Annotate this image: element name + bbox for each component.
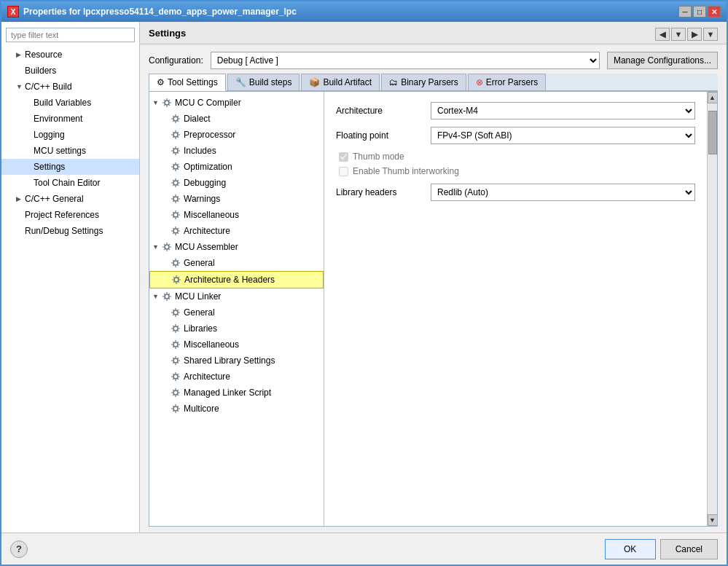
back-button[interactable]: ◀ xyxy=(655,28,670,41)
sidebar-item-run-debug[interactable]: Run/Debug Settings xyxy=(1,223,139,239)
ptree-mcu-linker[interactable]: ▼ MCU Linker xyxy=(149,288,324,304)
scroll-track[interactable] xyxy=(708,103,717,514)
sidebar-item-label: Settings xyxy=(34,160,65,173)
tab-build-artifact[interactable]: 📦 Build Artifact xyxy=(301,74,380,90)
svg-point-16 xyxy=(173,358,178,363)
ptree-libraries[interactable]: Libraries xyxy=(149,321,324,337)
ptree-label: Includes xyxy=(184,144,216,157)
architecture-label: Architecture xyxy=(336,106,423,116)
cancel-button[interactable]: Cancel xyxy=(660,539,718,559)
library-headers-label: Library headers xyxy=(336,187,423,197)
scroll-up-button[interactable]: ▲ xyxy=(708,92,718,103)
ptree-label: Architecture xyxy=(184,370,230,383)
sidebar-item-logging[interactable]: Logging xyxy=(1,127,139,143)
gear-icon xyxy=(170,371,181,382)
floating-point-select[interactable]: FPv4-SP (Soft ABI) xyxy=(431,127,695,144)
sidebar-item-resource[interactable]: ▶ Resource xyxy=(1,47,139,63)
floating-point-label: Floating point xyxy=(336,130,423,141)
ptree-label: General xyxy=(184,306,215,319)
manage-configurations-button[interactable]: Manage Configurations... xyxy=(607,52,718,69)
settings-fields: Architecture Cortex-M4 Floating point FP… xyxy=(324,92,707,526)
gear-icon xyxy=(161,97,173,109)
forward-button[interactable]: ▶ xyxy=(687,28,702,41)
sidebar-item-tool-chain-editor[interactable]: Tool Chain Editor xyxy=(1,175,139,191)
gear-icon xyxy=(170,129,181,141)
ptree-optimization[interactable]: Optimization xyxy=(149,159,324,175)
arrow-icon: ▼ xyxy=(152,240,161,253)
ptree-miscellaneous-linker[interactable]: Miscellaneous xyxy=(149,337,324,353)
sidebar-item-project-references[interactable]: Project References xyxy=(1,207,139,223)
window-icon: X xyxy=(7,6,19,17)
ptree-mcu-c-compiler[interactable]: ▼ MCU C Compiler xyxy=(149,95,324,111)
svg-point-8 xyxy=(173,229,178,233)
scroll-down-button[interactable]: ▼ xyxy=(708,514,718,526)
gear-icon xyxy=(170,387,181,398)
sidebar-item-label: Builders xyxy=(25,64,56,77)
svg-point-0 xyxy=(165,101,169,105)
gear-icon xyxy=(161,241,173,253)
tab-tool-settings[interactable]: ⚙ Tool Settings xyxy=(149,74,226,91)
ptree-dialect[interactable]: Dialect xyxy=(149,111,324,127)
ptree-label: Dialect xyxy=(184,112,211,125)
ptree-label: General xyxy=(184,256,215,270)
ptree-label: Optimization xyxy=(184,160,232,173)
gear-icon xyxy=(170,323,181,334)
thumb-mode-label: Thumb mode xyxy=(353,152,404,162)
enable-thumb-row: Enable Thumb interworking xyxy=(336,166,695,176)
ptree-label: Multicore xyxy=(184,402,219,415)
ptree-mcu-assembler[interactable]: ▼ MCU Assembler xyxy=(149,239,324,255)
minimize-button[interactable]: ─ xyxy=(678,6,692,17)
ptree-architecture-headers[interactable]: Architecture & Headers xyxy=(149,271,324,288)
ptree-general-linker[interactable]: General xyxy=(149,304,324,321)
svg-point-12 xyxy=(165,294,169,299)
gear-icon xyxy=(170,161,181,173)
sidebar-item-cpp-build[interactable]: ▼ C/C++ Build xyxy=(1,79,139,95)
sidebar-item-build-variables[interactable]: Build Variables xyxy=(1,95,139,111)
help-button[interactable]: ? xyxy=(10,541,28,558)
ptree-label: Architecture xyxy=(184,224,230,237)
ptree-debugging[interactable]: Debugging xyxy=(149,175,324,191)
sidebar-item-cpp-general[interactable]: ▶ C/C++ General xyxy=(1,191,139,207)
ptree-miscellaneous[interactable]: Miscellaneous xyxy=(149,207,324,223)
filter-input[interactable] xyxy=(6,28,135,42)
tab-label: Binary Parsers xyxy=(401,77,458,87)
scroll-thumb[interactable] xyxy=(708,111,717,154)
sidebar-item-settings[interactable]: Settings xyxy=(1,159,139,175)
ptree-general-asm[interactable]: General xyxy=(149,255,324,271)
tab-build-steps[interactable]: 🔧 Build steps xyxy=(227,74,300,90)
gear-icon xyxy=(170,177,181,189)
ptree-managed-linker-script[interactable]: Managed Linker Script xyxy=(149,385,324,401)
ptree-shared-library-settings[interactable]: Shared Library Settings xyxy=(149,353,324,369)
ptree-architecture-linker[interactable]: Architecture xyxy=(149,369,324,385)
config-select[interactable]: Debug [ Active ] xyxy=(211,52,600,69)
ptree-multicore[interactable]: Multicore xyxy=(149,401,324,417)
forward-dropdown[interactable]: ▼ xyxy=(703,28,718,41)
gear-icon xyxy=(170,193,181,205)
architecture-select[interactable]: Cortex-M4 xyxy=(431,102,695,119)
tab-binary-parsers[interactable]: 🗂 Binary Parsers xyxy=(381,74,466,90)
tool-settings-icon: ⚙ xyxy=(157,77,165,87)
enable-thumb-checkbox[interactable] xyxy=(339,167,348,176)
maximize-button[interactable]: □ xyxy=(693,6,706,17)
gear-icon xyxy=(170,145,181,157)
svg-point-1 xyxy=(173,117,178,121)
library-headers-select[interactable]: Redlib (Auto) xyxy=(431,184,695,201)
ptree-label: Libraries xyxy=(184,322,217,335)
main-window: X Properties for lpcxpresso54114_demo_ap… xyxy=(0,0,728,566)
ptree-preprocessor[interactable]: Preprocessor xyxy=(149,127,324,143)
ptree-includes[interactable]: Includes xyxy=(149,143,324,159)
thumb-mode-checkbox[interactable] xyxy=(339,152,348,162)
svg-point-19 xyxy=(173,406,178,411)
close-button[interactable]: ✕ xyxy=(708,6,721,17)
svg-point-17 xyxy=(173,374,178,379)
tab-error-parsers[interactable]: ⊗ Error Parsers xyxy=(468,74,546,90)
back-dropdown[interactable]: ▼ xyxy=(671,28,686,41)
sidebar-item-environment[interactable]: Environment xyxy=(1,111,139,127)
build-steps-icon: 🔧 xyxy=(235,77,246,87)
ptree-label: Debugging xyxy=(184,176,226,189)
ok-button[interactable]: OK xyxy=(605,539,656,559)
sidebar-item-mcu-settings[interactable]: MCU settings xyxy=(1,143,139,159)
sidebar-item-builders[interactable]: Builders xyxy=(1,63,139,79)
ptree-warnings[interactable]: Warnings xyxy=(149,191,324,207)
ptree-architecture-compiler[interactable]: Architecture xyxy=(149,223,324,239)
